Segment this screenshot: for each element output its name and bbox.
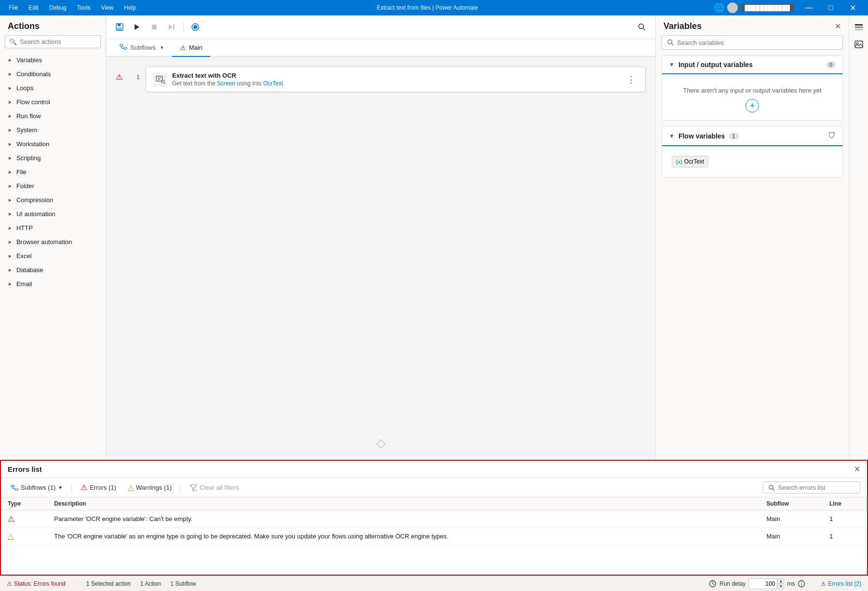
spinner-up[interactable]: ▲ (777, 578, 784, 584)
warning-row-1[interactable]: △ The 'OCR engine variable' as an engine… (1, 528, 867, 545)
error-row-1-description: Parameter 'OCR engine variable': Can't b… (47, 510, 760, 528)
action-item-excel[interactable]: ► Excel (0, 249, 106, 263)
minimize-button[interactable]: — (798, 0, 820, 15)
step-card[interactable]: Extract text with OCR Get text from the … (146, 67, 646, 92)
action-item-scripting[interactable]: ► Scripting (0, 151, 106, 165)
actions-search-box[interactable]: 🔍 (5, 35, 101, 48)
maximize-button[interactable]: □ (820, 0, 842, 15)
flow-variables-filter-icon[interactable]: ⛉ (828, 132, 836, 140)
variables-search-box[interactable] (662, 35, 843, 50)
action-item-file[interactable]: ► File (0, 165, 106, 179)
status-error-icon: ⚠ (7, 580, 12, 587)
clear-filters-button[interactable]: Clear all filters (187, 482, 242, 494)
menu-debug[interactable]: Debug (44, 2, 71, 13)
chevron-right-icon: ► (8, 127, 13, 133)
action-item-email[interactable]: ► Email (0, 277, 106, 291)
spinner-down[interactable]: ▼ (777, 584, 784, 589)
actions-list: ► Variables ► Conditionals ► Loops ► Flo… (0, 53, 106, 460)
col-subflow: Subflow (760, 497, 822, 510)
step-more-menu[interactable]: ⋮ (624, 73, 638, 86)
errors-panel: Errors list ✕ Subflows (1) ▼ ⚠ (0, 460, 868, 576)
subflows-expand-icon[interactable]: ▼ (160, 45, 164, 50)
actions-header: Actions (0, 15, 106, 35)
run-delay-input[interactable] (748, 578, 777, 589)
main-tab[interactable]: ⚠ Main (172, 39, 210, 57)
titlebar-menu: File Edit Debug Tools View Help (4, 2, 141, 13)
input-output-section-header[interactable]: ▼ Input / output variables 0 (662, 56, 842, 74)
flow-section-left: ▼ Flow variables 1 (669, 132, 739, 140)
flow-end-diamond (376, 439, 386, 450)
action-item-workstation[interactable]: ► Workstation (0, 137, 106, 151)
errors-filter-button[interactable]: ⚠ Errors (1) (78, 481, 119, 494)
next-step-button[interactable] (164, 19, 179, 35)
chevron-right-icon: ► (8, 169, 13, 175)
subflows-filter-button[interactable]: Subflows (1) ▼ (8, 482, 66, 494)
errors-list-link[interactable]: ⚠ Errors list (2) (821, 580, 861, 587)
action-item-browser-automation[interactable]: ► Browser automation (0, 235, 106, 249)
stop-button[interactable] (147, 19, 162, 35)
chevron-right-icon: ► (8, 267, 13, 273)
warnings-filter-button[interactable]: △ Warnings (1) (125, 481, 175, 494)
svg-rect-15 (156, 76, 163, 81)
subflows-tab[interactable]: Subflows ▼ (112, 39, 172, 57)
errors-search-input[interactable] (778, 484, 855, 491)
flow-variable-ocrtext[interactable]: {x} OcrText (672, 156, 708, 167)
variables-close-button[interactable]: ✕ (835, 22, 841, 31)
add-variable-button[interactable]: + (746, 99, 759, 112)
variable-icon: {x} (676, 159, 682, 165)
errors-close-button[interactable]: ✕ (854, 465, 860, 474)
col-line: Line (823, 497, 867, 510)
run-button[interactable] (129, 19, 145, 35)
action-item-conditionals[interactable]: ► Conditionals (0, 67, 106, 81)
avatar (727, 2, 738, 13)
actions-search-input[interactable] (20, 38, 96, 45)
flow-variables-section-header[interactable]: ▼ Flow variables 1 ⛉ (662, 127, 842, 146)
errors-filter-bar: Subflows (1) ▼ ⚠ Errors (1) △ Warnings (… (1, 478, 867, 497)
layers-icon-button[interactable] (851, 19, 867, 35)
menu-edit[interactable]: Edit (24, 2, 43, 13)
action-item-ui-automation[interactable]: ► UI automation (0, 207, 106, 221)
action-item-system[interactable]: ► System (0, 123, 106, 137)
menu-tools[interactable]: Tools (72, 2, 95, 13)
action-item-run-flow[interactable]: ► Run flow (0, 109, 106, 123)
step-desc-prefix: Get text from the (172, 80, 217, 87)
error-row-1-type: ⚠ (1, 510, 47, 528)
action-item-loops[interactable]: ► Loops (0, 81, 106, 95)
warning-row-1-description: The 'OCR engine variable' as an engine t… (47, 528, 760, 545)
section-left: ▼ Input / output variables (669, 61, 753, 69)
record-button[interactable] (188, 19, 203, 35)
menu-file[interactable]: File (4, 2, 23, 13)
variables-search-input[interactable] (677, 39, 838, 46)
menu-help[interactable]: Help (119, 2, 141, 13)
filter-separator-2 (180, 483, 181, 493)
flow-search-button[interactable] (634, 19, 650, 35)
svg-rect-11 (120, 44, 123, 46)
image-icon-button[interactable] (851, 37, 867, 52)
clear-filters-label: Clear all filters (200, 484, 239, 491)
save-button[interactable] (112, 19, 127, 35)
action-item-folder[interactable]: ► Folder (0, 179, 106, 193)
menu-view[interactable]: View (96, 2, 118, 13)
action-item-flow-control[interactable]: ► Flow control (0, 95, 106, 109)
input-output-title: Input / output variables (678, 61, 753, 69)
center-panel: Subflows ▼ ⚠ Main ⚠ 1 (106, 15, 656, 460)
svg-line-19 (164, 82, 165, 83)
subflow-count-label: 1 Subflow (171, 580, 196, 587)
step-link-screen[interactable]: Screen (217, 80, 235, 87)
action-item-database[interactable]: ► Database (0, 263, 106, 277)
main-container: Actions 🔍 ► Variables ► Conditionals (0, 15, 868, 591)
input-output-empty-text: There aren't any input or output variabl… (670, 87, 835, 94)
action-item-compression[interactable]: ► Compression (0, 193, 106, 207)
run-delay-label: Run delay (719, 580, 746, 587)
variables-header: Variables ✕ (656, 15, 849, 35)
chevron-right-icon: ► (8, 71, 13, 77)
step-number: 1 (128, 67, 140, 81)
variable-name: OcrText (684, 158, 704, 165)
error-row-1[interactable]: ⚠ Parameter 'OCR engine variable': Can't… (1, 510, 867, 528)
close-button[interactable]: ✕ (842, 0, 864, 15)
action-item-variables[interactable]: ► Variables (0, 53, 106, 67)
step-link-ocrtext[interactable]: OcrText (263, 80, 283, 87)
action-item-http[interactable]: ► HTTP (0, 221, 106, 235)
errors-search-box[interactable] (763, 481, 860, 494)
toolbar-separator (183, 22, 184, 32)
